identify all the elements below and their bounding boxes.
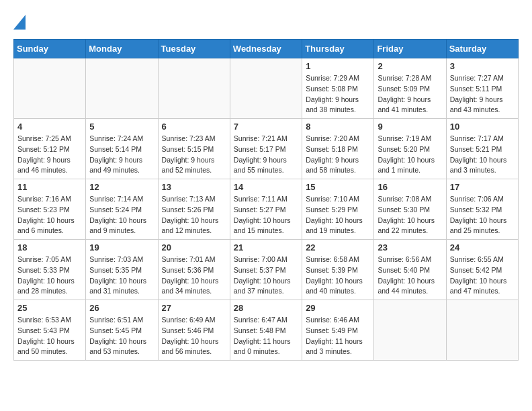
day-number: 25	[17, 303, 82, 313]
day-info: Sunrise: 7:21 AMSunset: 5:17 PMDaylight:…	[234, 134, 298, 176]
day-info: Sunrise: 7:11 AMSunset: 5:27 PMDaylight:…	[234, 194, 298, 236]
day-info: Sunrise: 7:20 AMSunset: 5:18 PMDaylight:…	[306, 134, 370, 176]
calendar-cell: 4Sunrise: 7:25 AMSunset: 5:12 PMDaylight…	[14, 119, 86, 179]
day-info: Sunrise: 6:46 AMSunset: 5:49 PMDaylight:…	[306, 315, 370, 357]
calendar-cell: 14Sunrise: 7:11 AMSunset: 5:27 PMDayligh…	[230, 179, 302, 240]
logo	[13, 13, 27, 32]
calendar-cell: 5Sunrise: 7:24 AMSunset: 5:14 PMDaylight…	[86, 119, 158, 179]
calendar-cell: 22Sunrise: 6:58 AMSunset: 5:39 PMDayligh…	[302, 240, 374, 300]
day-info: Sunrise: 7:00 AMSunset: 5:37 PMDaylight:…	[234, 255, 298, 297]
day-info: Sunrise: 7:06 AMSunset: 5:32 PMDaylight:…	[450, 194, 515, 236]
page-header	[13, 13, 519, 32]
day-info: Sunrise: 7:17 AMSunset: 5:21 PMDaylight:…	[450, 134, 515, 176]
calendar-header: SundayMondayTuesdayWednesdayThursdayFrid…	[14, 40, 519, 58]
calendar-cell: 7Sunrise: 7:21 AMSunset: 5:17 PMDaylight…	[230, 119, 302, 179]
calendar-day-header: Tuesday	[158, 40, 230, 58]
calendar-cell: 28Sunrise: 6:47 AMSunset: 5:48 PMDayligh…	[230, 300, 302, 361]
day-number: 11	[17, 182, 82, 192]
day-info: Sunrise: 6:56 AMSunset: 5:40 PMDaylight:…	[378, 255, 442, 297]
calendar-week-row: 11Sunrise: 7:16 AMSunset: 5:23 PMDayligh…	[14, 179, 519, 240]
day-info: Sunrise: 7:10 AMSunset: 5:29 PMDaylight:…	[306, 194, 370, 236]
day-number: 28	[234, 303, 298, 313]
calendar-body: 1Sunrise: 7:29 AMSunset: 5:08 PMDaylight…	[14, 58, 519, 361]
day-number: 27	[162, 303, 226, 313]
day-info: Sunrise: 7:05 AMSunset: 5:33 PMDaylight:…	[17, 255, 82, 297]
calendar-header-row: SundayMondayTuesdayWednesdayThursdayFrid…	[14, 40, 519, 58]
day-number: 16	[378, 182, 442, 192]
day-number: 29	[306, 303, 370, 313]
logo-arrow-icon	[13, 15, 26, 30]
calendar-cell: 20Sunrise: 7:01 AMSunset: 5:36 PMDayligh…	[158, 240, 230, 300]
day-info: Sunrise: 7:01 AMSunset: 5:36 PMDaylight:…	[162, 255, 226, 297]
day-info: Sunrise: 7:16 AMSunset: 5:23 PMDaylight:…	[17, 194, 82, 236]
calendar-cell: 2Sunrise: 7:28 AMSunset: 5:09 PMDaylight…	[374, 58, 446, 119]
calendar-cell: 3Sunrise: 7:27 AMSunset: 5:11 PMDaylight…	[446, 58, 518, 119]
calendar-day-header: Sunday	[14, 40, 86, 58]
day-number: 21	[234, 242, 298, 253]
day-info: Sunrise: 6:58 AMSunset: 5:39 PMDaylight:…	[306, 255, 370, 297]
day-info: Sunrise: 7:24 AMSunset: 5:14 PMDaylight:…	[89, 134, 154, 176]
day-info: Sunrise: 7:23 AMSunset: 5:15 PMDaylight:…	[162, 134, 226, 176]
day-number: 22	[306, 242, 370, 253]
calendar-cell: 18Sunrise: 7:05 AMSunset: 5:33 PMDayligh…	[14, 240, 86, 300]
calendar-cell: 26Sunrise: 6:51 AMSunset: 5:45 PMDayligh…	[86, 300, 158, 361]
calendar-day-header: Friday	[374, 40, 446, 58]
calendar-week-row: 4Sunrise: 7:25 AMSunset: 5:12 PMDaylight…	[14, 119, 519, 179]
calendar-cell: 24Sunrise: 6:55 AMSunset: 5:42 PMDayligh…	[446, 240, 518, 300]
day-info: Sunrise: 7:25 AMSunset: 5:12 PMDaylight:…	[17, 134, 82, 176]
day-info: Sunrise: 7:03 AMSunset: 5:35 PMDaylight:…	[89, 255, 154, 297]
calendar-cell: 10Sunrise: 7:17 AMSunset: 5:21 PMDayligh…	[446, 119, 518, 179]
day-info: Sunrise: 7:08 AMSunset: 5:30 PMDaylight:…	[378, 194, 442, 236]
calendar-cell: 27Sunrise: 6:49 AMSunset: 5:46 PMDayligh…	[158, 300, 230, 361]
day-number: 9	[378, 122, 442, 132]
day-info: Sunrise: 7:27 AMSunset: 5:11 PMDaylight:…	[450, 73, 515, 116]
calendar-cell	[446, 300, 518, 361]
day-number: 13	[162, 182, 226, 192]
day-info: Sunrise: 7:19 AMSunset: 5:20 PMDaylight:…	[378, 134, 442, 176]
day-info: Sunrise: 7:29 AMSunset: 5:08 PMDaylight:…	[306, 73, 370, 116]
calendar-day-header: Saturday	[446, 40, 518, 58]
day-number: 26	[89, 303, 154, 313]
calendar-day-header: Thursday	[302, 40, 374, 58]
day-info: Sunrise: 6:47 AMSunset: 5:48 PMDaylight:…	[234, 315, 298, 357]
day-info: Sunrise: 6:55 AMSunset: 5:42 PMDaylight:…	[450, 255, 515, 297]
calendar-cell: 8Sunrise: 7:20 AMSunset: 5:18 PMDaylight…	[302, 119, 374, 179]
day-number: 1	[306, 61, 370, 71]
day-number: 5	[89, 122, 154, 132]
day-info: Sunrise: 7:28 AMSunset: 5:09 PMDaylight:…	[378, 73, 442, 116]
calendar-cell: 12Sunrise: 7:14 AMSunset: 5:24 PMDayligh…	[86, 179, 158, 240]
day-number: 2	[378, 61, 442, 71]
calendar-cell: 9Sunrise: 7:19 AMSunset: 5:20 PMDaylight…	[374, 119, 446, 179]
calendar-cell: 16Sunrise: 7:08 AMSunset: 5:30 PMDayligh…	[374, 179, 446, 240]
day-info: Sunrise: 6:49 AMSunset: 5:46 PMDaylight:…	[162, 315, 226, 357]
calendar-cell: 29Sunrise: 6:46 AMSunset: 5:49 PMDayligh…	[302, 300, 374, 361]
day-number: 8	[306, 122, 370, 132]
calendar-cell	[86, 58, 158, 119]
day-number: 18	[17, 242, 82, 253]
calendar-table: SundayMondayTuesdayWednesdayThursdayFrid…	[13, 39, 519, 361]
calendar-week-row: 1Sunrise: 7:29 AMSunset: 5:08 PMDaylight…	[14, 58, 519, 119]
day-info: Sunrise: 7:13 AMSunset: 5:26 PMDaylight:…	[162, 194, 226, 236]
day-number: 4	[17, 122, 82, 132]
day-number: 15	[306, 182, 370, 192]
day-number: 23	[378, 242, 442, 253]
day-number: 24	[450, 242, 515, 253]
calendar-cell: 25Sunrise: 6:53 AMSunset: 5:43 PMDayligh…	[14, 300, 86, 361]
calendar-week-row: 25Sunrise: 6:53 AMSunset: 5:43 PMDayligh…	[14, 300, 519, 361]
calendar-cell	[158, 58, 230, 119]
day-number: 20	[162, 242, 226, 253]
day-number: 19	[89, 242, 154, 253]
calendar-cell: 23Sunrise: 6:56 AMSunset: 5:40 PMDayligh…	[374, 240, 446, 300]
day-info: Sunrise: 7:14 AMSunset: 5:24 PMDaylight:…	[89, 194, 154, 236]
day-info: Sunrise: 6:51 AMSunset: 5:45 PMDaylight:…	[89, 315, 154, 357]
day-number: 10	[450, 122, 515, 132]
calendar-cell	[374, 300, 446, 361]
calendar-cell: 6Sunrise: 7:23 AMSunset: 5:15 PMDaylight…	[158, 119, 230, 179]
day-number: 7	[234, 122, 298, 132]
day-number: 6	[162, 122, 226, 132]
calendar-cell: 15Sunrise: 7:10 AMSunset: 5:29 PMDayligh…	[302, 179, 374, 240]
calendar-day-header: Monday	[86, 40, 158, 58]
day-number: 14	[234, 182, 298, 192]
calendar-cell: 11Sunrise: 7:16 AMSunset: 5:23 PMDayligh…	[14, 179, 86, 240]
calendar-cell	[14, 58, 86, 119]
